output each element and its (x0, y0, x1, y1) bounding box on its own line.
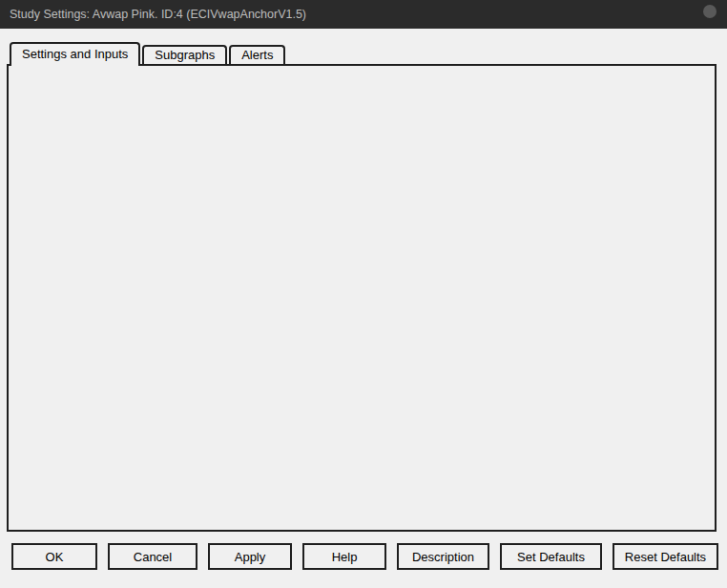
tab-page-frame (7, 64, 717, 532)
tab-alerts[interactable]: Alerts (229, 45, 285, 64)
dialog-button-row: OKCancelApplyHelpDescriptionSet Defaults… (11, 543, 718, 570)
tab-bar: Settings and InputsSubgraphsAlerts (10, 42, 285, 66)
reset-defaults-button[interactable]: Reset Defaults (613, 543, 718, 570)
tab-subgraphs[interactable]: Subgraphs (142, 45, 227, 64)
window-title: Study Settings: Avwap Pink. ID:4 (ECIVwa… (10, 8, 306, 21)
cancel-button[interactable]: Cancel (108, 543, 197, 570)
set-defaults-button[interactable]: Set Defaults (500, 543, 602, 570)
description-button[interactable]: Description (397, 543, 489, 570)
ok-button[interactable]: OK (11, 543, 97, 570)
apply-button[interactable]: Apply (208, 543, 292, 570)
tab-settings-and-inputs[interactable]: Settings and Inputs (10, 42, 140, 66)
help-button[interactable]: Help (302, 543, 386, 570)
titlebar-circle-icon (703, 5, 717, 18)
title-bar: Study Settings: Avwap Pink. ID:4 (ECIVwa… (0, 0, 727, 29)
